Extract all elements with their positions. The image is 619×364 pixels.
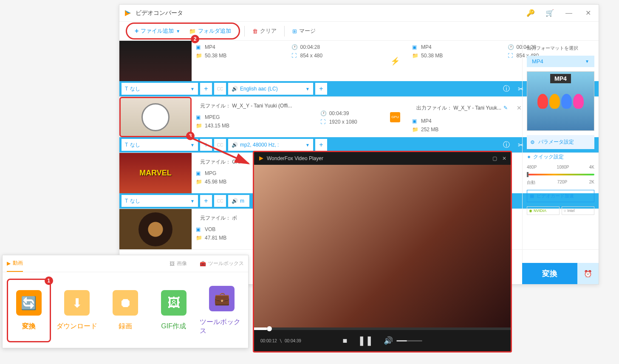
audio-select[interactable]: 🔊mp2, 48000 Hz, :▼ bbox=[228, 139, 313, 151]
tool-convert[interactable]: 1 🔄 変換 bbox=[7, 279, 51, 342]
plus-icon: + bbox=[135, 27, 138, 35]
minimize-button[interactable]: — bbox=[562, 7, 575, 20]
tool-label: GIF作成 bbox=[161, 322, 186, 331]
tool-record[interactable]: ⏺ 録画 bbox=[103, 279, 147, 342]
format-value: MP4 bbox=[532, 58, 543, 65]
subtitle-select[interactable]: Tなし▼ bbox=[122, 139, 198, 151]
add-folder-button[interactable]: 📁 フォルダ追加 bbox=[186, 26, 235, 36]
chevron-down-icon: ▼ bbox=[190, 143, 195, 147]
audio-select[interactable]: 🔊English aac (LC)▼ bbox=[228, 83, 313, 95]
gpu-icon: GPU bbox=[390, 112, 400, 122]
player-titlebar: WonderFox Video Player ▢ ✕ bbox=[254, 152, 511, 165]
tools-panel: ▶ 動画 🖼 画像 🧰 ツールボックス 1 🔄 変換 ⬇ ダウンロード ⏺ 録画… bbox=[2, 255, 249, 348]
stop-button[interactable]: ■ bbox=[343, 336, 348, 345]
format-preview[interactable]: MP4 bbox=[527, 71, 594, 131]
video-viewport[interactable] bbox=[254, 165, 511, 327]
video-thumbnail[interactable] bbox=[119, 209, 192, 249]
player-maximize-button[interactable]: ▢ bbox=[492, 155, 497, 161]
chevron-down-icon: ▼ bbox=[176, 29, 180, 34]
tool-toolbox[interactable]: 💼 ツールボックス bbox=[200, 279, 244, 342]
close-button[interactable]: ✕ bbox=[582, 7, 594, 20]
audio-select[interactable]: 🔊m bbox=[228, 195, 249, 207]
key-icon[interactable]: 🔑 bbox=[524, 7, 537, 20]
output-format-select[interactable]: MP4 ▼ bbox=[527, 56, 594, 67]
edit-filename-icon[interactable]: ✎ bbox=[503, 105, 508, 111]
pause-button[interactable]: ❚❚ bbox=[358, 335, 373, 346]
format-section-label: 出力フォーマットを選択 bbox=[527, 45, 594, 51]
cc-button[interactable]: CC bbox=[214, 83, 226, 95]
src-format: MPG bbox=[205, 170, 216, 176]
chevron-down-icon: ▼ bbox=[585, 59, 589, 64]
quality-slider[interactable] bbox=[527, 174, 594, 175]
alarm-icon: ⏰ bbox=[584, 270, 592, 278]
video-thumbnail[interactable]: MARVEL bbox=[119, 153, 192, 193]
nvidia-badge: ◉NVIDIA bbox=[527, 206, 560, 215]
gpu-accel-button[interactable]: ▦ ビデオカード加速 bbox=[527, 190, 594, 202]
add-file-label: ファイル追加 bbox=[141, 27, 174, 35]
titlebar: ビデオコンバータ 🔑 🛒 — ✕ bbox=[119, 5, 599, 22]
audio-value: mp2, 48000 Hz, : bbox=[240, 142, 279, 148]
tool-gif[interactable]: 🖼 GIF作成 bbox=[152, 279, 196, 342]
parameter-settings-button[interactable]: ⚙ パラメータ設定 bbox=[527, 135, 594, 149]
folder-icon: 📁 bbox=[189, 28, 196, 34]
quick-settings-label: ✦ クイック設定 bbox=[527, 153, 594, 161]
tab-video[interactable]: ▶ 動画 bbox=[7, 255, 23, 272]
toolbox-icon: 💼 bbox=[209, 286, 235, 311]
add-group: + ファイル追加 ▼ 📁 フォルダ追加 2 bbox=[126, 23, 240, 40]
format-icon: ▣ bbox=[196, 44, 203, 50]
clock-icon: 🕐 bbox=[320, 110, 327, 116]
video-thumbnail[interactable]: 3 bbox=[119, 97, 192, 137]
clear-label: クリア bbox=[260, 27, 277, 35]
format-icon: ▣ bbox=[412, 118, 419, 124]
tab-toolbox[interactable]: 🧰 ツールボックス bbox=[200, 256, 244, 271]
add-file-button[interactable]: + ファイル追加 ▼ bbox=[131, 26, 184, 36]
audio-value: English aac (LC) bbox=[240, 86, 278, 92]
volume-icon[interactable]: 🔊 bbox=[384, 336, 393, 345]
text-icon: T bbox=[125, 86, 128, 92]
clear-button[interactable]: 🗑 クリア bbox=[249, 26, 280, 36]
toolbar: + ファイル追加 ▼ 📁 フォルダ追加 2 🗑 クリア ⊞ マージ bbox=[119, 22, 599, 41]
toolbox-icon: 🧰 bbox=[200, 261, 206, 267]
subtitle-select[interactable]: Tなし▼ bbox=[122, 195, 198, 207]
clock-icon: 🕐 bbox=[291, 44, 298, 50]
audio-value: m bbox=[240, 198, 244, 204]
chevron-down-icon: ▼ bbox=[305, 143, 310, 147]
add-subtitle-button[interactable]: + bbox=[200, 83, 212, 95]
src-resolution: 854 x 480 bbox=[300, 53, 323, 59]
convert-button[interactable]: 変換 bbox=[522, 263, 577, 284]
settings-icon: ⚙ bbox=[530, 139, 535, 145]
merge-button[interactable]: ⊞ マージ bbox=[289, 26, 319, 36]
folder-icon: 📁 bbox=[196, 123, 203, 129]
resolution-icon: ⛶ bbox=[320, 119, 327, 125]
cc-button[interactable]: CC bbox=[214, 195, 226, 207]
text-icon: T bbox=[125, 142, 128, 148]
out-filename: 出力ファイル： W_X_Y - Tani Yuuk... bbox=[416, 104, 501, 112]
info-icon[interactable]: ⓘ bbox=[500, 139, 512, 151]
cc-button[interactable]: CC bbox=[214, 139, 226, 151]
src-size: 143.15 MB bbox=[205, 123, 229, 129]
intel-icon: ○ bbox=[564, 209, 566, 213]
add-audio-button[interactable]: + bbox=[315, 83, 327, 95]
subtitle-select[interactable]: Tなし▼ bbox=[122, 83, 198, 95]
src-size: 50.38 MB bbox=[205, 53, 226, 59]
add-subtitle-button[interactable]: + bbox=[200, 139, 212, 151]
schedule-button[interactable]: ⏰ bbox=[577, 263, 599, 284]
app-logo-icon bbox=[124, 9, 132, 17]
info-icon[interactable]: ⓘ bbox=[500, 83, 512, 95]
text-icon: T bbox=[125, 198, 128, 204]
add-subtitle-button[interactable]: + bbox=[200, 195, 212, 207]
add-audio-button[interactable]: + bbox=[315, 139, 327, 151]
out-size: 50.38 MB bbox=[421, 53, 443, 59]
tool-label: ツールボックス bbox=[200, 318, 244, 336]
cart-icon[interactable]: 🛒 bbox=[543, 7, 556, 20]
player-close-button[interactable]: ✕ bbox=[502, 155, 506, 161]
subtitle-value: なし bbox=[130, 198, 140, 205]
tab-image[interactable]: 🖼 画像 bbox=[170, 256, 187, 271]
src-duration: 00:04:28 bbox=[300, 44, 320, 50]
player-title: WonderFox Video Player bbox=[267, 155, 323, 161]
tool-download[interactable]: ⬇ ダウンロード bbox=[55, 279, 99, 342]
gpu-vendors: ◉NVIDIA ○Intel bbox=[527, 206, 594, 215]
chevron-down-icon: ▼ bbox=[190, 199, 195, 203]
video-thumbnail[interactable] bbox=[119, 41, 192, 81]
volume-slider[interactable] bbox=[396, 340, 422, 341]
